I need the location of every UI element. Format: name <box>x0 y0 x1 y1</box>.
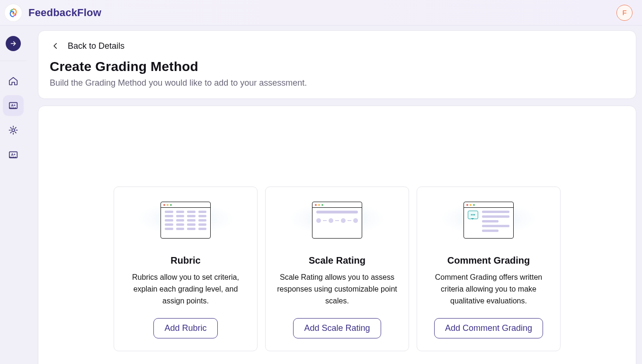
chevron-left-icon <box>50 40 61 52</box>
svg-text:A+: A+ <box>11 103 16 107</box>
sidebar-item-settings[interactable] <box>3 120 24 141</box>
rubric-illustration <box>145 196 226 244</box>
add-comment-grading-button[interactable]: Add Comment Grading <box>434 318 543 338</box>
brand: FeedbackFlow <box>5 4 101 21</box>
sidebar-toggle[interactable] <box>3 33 24 54</box>
swirl-icon <box>8 8 18 18</box>
grade-card-icon: A+ <box>8 100 18 111</box>
add-scale-rating-button[interactable]: Add Scale Rating <box>293 318 381 338</box>
window-icon <box>160 202 211 239</box>
home-icon <box>8 76 18 86</box>
svg-text:A+: A+ <box>11 152 16 157</box>
app-root: FeedbackFlow F A+ <box>0 0 642 364</box>
sidebar-separator <box>0 61 27 61</box>
card-description: Comment Grading offers written criteria … <box>428 272 550 308</box>
comment-illustration: ••• <box>448 196 529 244</box>
page-header-panel: Back to Details Create Grading Method Bu… <box>38 30 636 99</box>
card-rubric: Rubric Rubrics allow you to set criteria… <box>114 186 258 351</box>
gear-icon <box>8 125 18 135</box>
user-avatar[interactable]: F <box>616 5 633 21</box>
sidebar-item-home[interactable] <box>3 71 24 91</box>
card-description: Scale Rating allows you to assess respon… <box>276 272 398 308</box>
sidebar-item-grades[interactable]: A+ <box>3 144 24 165</box>
arrow-right-circle-icon <box>6 36 21 51</box>
card-title: Rubric <box>170 255 200 266</box>
grade-card-icon: A+ <box>8 150 18 160</box>
page-title: Create Grading Method <box>50 59 624 74</box>
card-title: Comment Grading <box>447 255 530 266</box>
avatar-initial: F <box>622 9 626 17</box>
speech-bubble-icon: ••• <box>468 211 478 219</box>
card-description: Rubrics allow you to set criteria, expla… <box>125 272 247 308</box>
add-rubric-button[interactable]: Add Rubric <box>153 318 217 338</box>
svg-point-2 <box>12 129 15 132</box>
sidebar-item-assessments[interactable]: A+ <box>3 95 24 116</box>
card-scale-rating: Scale Rating Scale Rating allows you to … <box>265 186 409 351</box>
page-subtitle: Build the Grading Method you would like … <box>50 78 624 88</box>
back-label: Back to Details <box>68 41 125 51</box>
scale-illustration <box>297 196 377 244</box>
topbar: FeedbackFlow F <box>0 0 642 26</box>
brand-name: FeedbackFlow <box>28 7 101 19</box>
card-comment-grading: ••• Comment Grading Comment Grading offe… <box>417 186 561 351</box>
method-options-panel: Rubric Rubrics allow you to set criteria… <box>38 106 636 364</box>
back-link[interactable]: Back to Details <box>50 40 624 52</box>
window-icon <box>312 202 362 239</box>
card-title: Scale Rating <box>309 255 366 266</box>
content: Back to Details Create Grading Method Bu… <box>27 26 642 364</box>
sidebar: A+ A+ <box>0 26 27 364</box>
window-icon: ••• <box>464 202 514 239</box>
app-logo <box>5 4 22 21</box>
method-cards: Rubric Rubrics allow you to set criteria… <box>50 186 624 351</box>
